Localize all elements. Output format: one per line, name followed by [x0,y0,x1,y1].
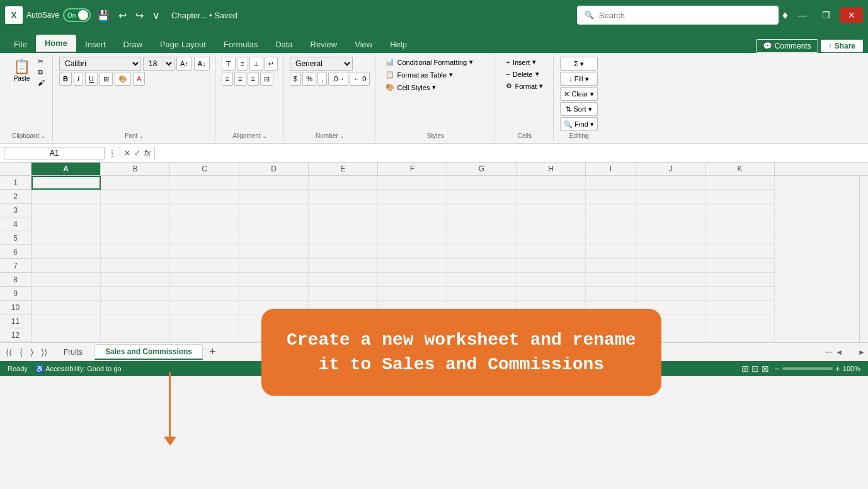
cell-J9[interactable] [636,287,705,301]
clear-button[interactable]: ✕ Clear ▾ [560,87,598,101]
cell-I9[interactable] [586,287,636,301]
diamond-icon[interactable]: ♦ [782,9,788,22]
cell-E2[interactable] [309,190,378,204]
row-header-7[interactable]: 7 [0,259,31,273]
sort-filter-button[interactable]: ⇅ Sort ▾ [560,102,598,116]
cell-G6[interactable] [447,245,517,259]
format-button[interactable]: ⚙ Format ▾ [501,81,548,91]
cell-A6[interactable] [31,245,101,259]
cell-F5[interactable] [378,231,447,245]
cell-D8[interactable] [239,273,309,287]
fill-button[interactable]: ↓ Fill ▾ [560,72,598,86]
cell-G5[interactable] [447,231,517,245]
cell-D5[interactable] [239,231,309,245]
align-left-button[interactable]: ≡ [222,72,233,86]
formula-input[interactable] [159,148,864,158]
undo-icon[interactable]: ↩ [116,7,129,24]
cell-B2[interactable] [101,190,170,204]
cell-E1[interactable] [309,176,378,190]
cell-K12[interactable] [705,328,775,342]
font-color-button[interactable]: A [133,72,145,86]
tab-home[interactable]: Home [36,35,76,53]
cell-K8[interactable] [705,273,775,287]
row-header-8[interactable]: 8 [0,273,31,287]
tab-review[interactable]: Review [302,36,346,53]
cell-B4[interactable] [101,217,170,231]
underline-button[interactable]: U [85,72,98,86]
cell-G9[interactable] [447,287,517,301]
tab-view[interactable]: View [346,36,381,53]
cell-F3[interactable] [378,204,447,217]
cell-F8[interactable] [378,273,447,287]
minimize-button[interactable]: — [793,8,812,23]
merge-button[interactable]: ⊟ [260,72,273,86]
cell-G8[interactable] [447,273,517,287]
cell-A4[interactable] [31,217,101,231]
cell-K9[interactable] [705,287,775,301]
cell-C11[interactable] [170,314,239,328]
cut-button[interactable]: ✂ [35,57,47,66]
align-right-button[interactable]: ≡ [248,72,259,86]
autosum-button[interactable]: Σ ▾ [560,57,598,71]
cell-A5[interactable] [31,231,101,245]
cell-B12[interactable] [101,328,170,342]
cell-B3[interactable] [101,204,170,217]
cell-F1[interactable] [378,176,447,190]
col-header-B[interactable]: B [101,163,170,175]
cell-G1[interactable] [447,176,517,190]
font-shrink-button[interactable]: A↓ [194,57,210,71]
maximize-button[interactable]: ❐ [817,8,835,23]
wrap-text-button[interactable]: ↵ [265,57,278,71]
cell-K5[interactable] [705,231,775,245]
cell-H6[interactable] [517,245,586,259]
find-select-button[interactable]: 🔍 Find ▾ [560,117,598,131]
cell-G7[interactable] [447,259,517,273]
cell-A7[interactable] [31,259,101,273]
row-header-5[interactable]: 5 [0,231,31,245]
cell-K7[interactable] [705,259,775,273]
cell-H4[interactable] [517,217,586,231]
cell-B7[interactable] [101,259,170,273]
cell-I2[interactable] [586,190,636,204]
cell-D6[interactable] [239,245,309,259]
cell-D2[interactable] [239,190,309,204]
row-header-11[interactable]: 11 [0,314,31,328]
cell-J6[interactable] [636,245,705,259]
sheet-nav-next[interactable]: ⟩ [27,346,37,359]
fill-button[interactable]: 🎨 [115,72,131,86]
insert-button[interactable]: + Insert ▾ [501,57,548,67]
format-as-table-button[interactable]: 📋 Format as Table ▾ [382,69,489,80]
cell-K4[interactable] [705,217,775,231]
font-family-select[interactable]: Calibri [59,57,141,71]
cell-D9[interactable] [239,287,309,301]
row-header-9[interactable]: 9 [0,287,31,301]
search-input[interactable] [599,11,771,20]
cell-B6[interactable] [101,245,170,259]
cell-C7[interactable] [170,259,239,273]
cell-F2[interactable] [378,190,447,204]
sheet-nav-last[interactable]: ⟩⟩ [38,346,50,359]
scroll-left-icon[interactable]: ◄ [835,348,843,357]
zoom-slider[interactable] [782,367,833,370]
cell-I6[interactable] [586,245,636,259]
cell-E3[interactable] [309,204,378,217]
cell-A1[interactable] [31,176,101,190]
cell-E4[interactable] [309,217,378,231]
save-icon[interactable]: 💾 [94,7,112,24]
autosave-toggle[interactable]: On [63,8,91,22]
cell-D4[interactable] [239,217,309,231]
cell-A10[interactable] [31,301,101,314]
font-grow-button[interactable]: A↑ [176,57,192,71]
cell-H5[interactable] [517,231,586,245]
cancel-formula-icon[interactable]: ✕ [124,149,130,158]
scroll-right-icon[interactable]: ► [858,348,865,357]
cell-G2[interactable] [447,190,517,204]
sheet-nav-prev[interactable]: ⟨ [16,346,26,359]
sheet-options-icon[interactable]: ⋯ [825,348,833,357]
cell-H3[interactable] [517,204,586,217]
cell-A12[interactable] [31,328,101,342]
cell-J1[interactable] [636,176,705,190]
vertical-scrollbar[interactable] [859,176,868,342]
decrease-decimal-button[interactable]: ←.0 [350,72,370,86]
cell-C1[interactable] [170,176,239,190]
